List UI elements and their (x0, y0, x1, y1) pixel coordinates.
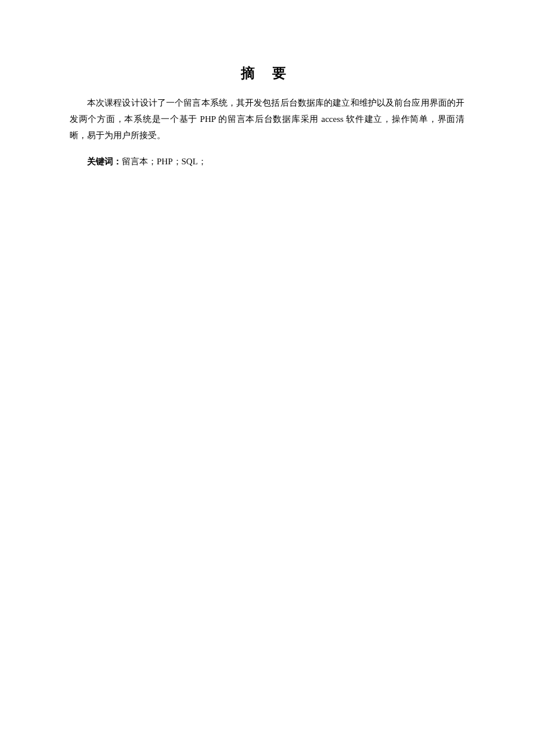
keywords-line: 关键词：留言本；PHP；SQL； (70, 154, 464, 170)
keywords-text: 留言本；PHP；SQL； (122, 157, 207, 166)
keywords-label: 关键词： (87, 157, 122, 166)
abstract-paragraph: 本次课程设计设计了一个留言本系统，其开发包括后台数据库的建立和维护以及前台应用界… (70, 95, 464, 143)
abstract-title: 摘 要 (70, 64, 464, 82)
